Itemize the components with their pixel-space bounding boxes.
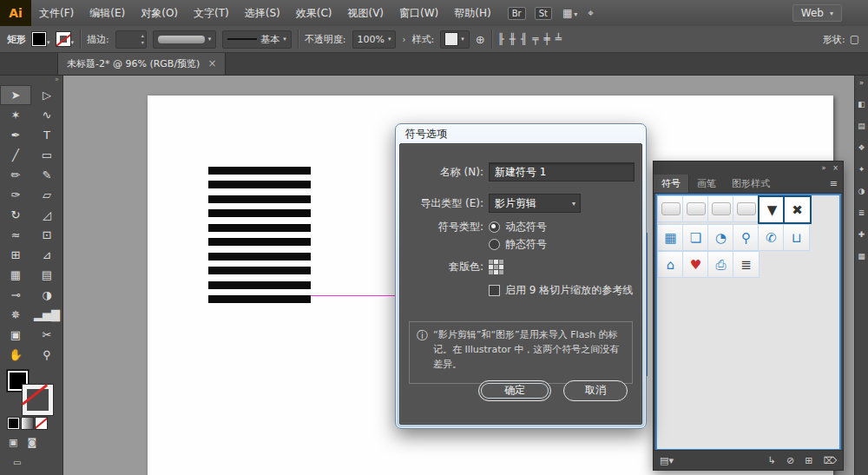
symbol-phone[interactable]: ✆ [758,224,785,251]
lasso-tool[interactable]: ∿ [31,105,62,125]
menu-object[interactable]: 对象(O) [133,0,186,26]
scale-tool[interactable]: ◿ [31,205,62,225]
registration-point-selector[interactable] [489,260,503,274]
ok-button[interactable]: 确定 [478,380,551,401]
document-setup-icon[interactable]: ⊕ [476,33,485,46]
cancel-button[interactable]: 取消 [563,380,628,401]
style-dropdown[interactable] [440,30,470,49]
symbol-cart[interactable]: ⊔ [783,224,810,251]
symbol-printer[interactable]: ⎙ [707,251,734,278]
dock-transparency-icon[interactable]: ◑ [858,187,865,195]
pencil-tool[interactable]: ✎ [31,165,62,185]
perspective-grid-tool[interactable]: ⊿ [31,245,62,265]
menu-type[interactable]: 文字(T) [186,0,237,26]
eyedropper-tool[interactable]: ⊸ [0,285,31,305]
close-panel-icon[interactable]: × [832,164,838,172]
dock-symbols-icon[interactable]: ❖ [858,143,865,152]
menu-file[interactable]: 文件(F) [31,0,82,26]
dock-appearance-icon[interactable]: ✦ [858,165,865,174]
dynamic-symbol-radio[interactable]: 动态符号 [489,220,547,234]
screen-mode-icon[interactable]: ▭ [13,458,21,467]
stroke-weight-stepper[interactable] [115,30,147,49]
align-left-icon[interactable]: ╟ [498,33,504,45]
symbol-magnifier[interactable]: ⚲ [733,224,760,251]
menu-effect[interactable]: 效果(C) [288,0,340,26]
new-symbol-icon[interactable]: ⊞ [805,455,812,466]
blend-tool[interactable]: ◑ [31,285,62,305]
symbol-blank-button-3[interactable] [707,195,734,222]
touch-icon[interactable]: ⌖ [588,7,594,19]
paint-none-icon[interactable] [36,418,47,429]
symbol-rss[interactable]: ◔ [707,224,734,251]
document-tab[interactable]: 未标题-2* @ 96% (RGB/预览) × [57,52,226,75]
align-bottom-icon[interactable]: ╧ [556,33,562,45]
bridge-icon[interactable]: Br [508,7,526,20]
line-segment-tool[interactable]: ╱ [0,145,31,165]
align-right-icon[interactable]: ╢ [521,33,527,45]
symbol-blank-button-4[interactable] [733,195,760,222]
symbol-home[interactable]: ⌂ [657,251,684,278]
draw-normal-icon[interactable]: ▣ [9,437,17,448]
symbol-document[interactable]: ≣ [733,251,760,278]
arrange-documents-icon[interactable]: ▦▾ [562,7,577,19]
free-transform-tool[interactable]: ⊡ [31,225,62,245]
stroke-color-swatch[interactable]: ▾ [56,32,75,46]
hand-tool[interactable]: ✋ [0,345,31,365]
symbol-library-icon[interactable]: ▤▾ [660,455,674,466]
opacity-dropdown[interactable]: 100% [352,30,397,49]
delete-symbol-icon[interactable]: ⌦ [823,455,837,466]
shape-builder-tool[interactable]: ⊞ [0,245,31,265]
dock-actions-icon[interactable]: ✚ [858,230,865,239]
collapse-tools-icon[interactable]: » [0,75,62,85]
width-tool[interactable]: ≈ [0,225,31,245]
stroke-profile-dropdown[interactable]: 基本 [222,30,292,49]
rectangle-tool[interactable]: ▭ [31,145,62,165]
selection-tool[interactable]: ➤ [0,85,31,105]
symbol-name-input[interactable] [489,162,635,181]
break-link-icon[interactable]: ⊘ [786,455,794,466]
fill-color-swatch[interactable]: ▾ [32,32,50,46]
symbol-health[interactable]: ♥ [682,251,709,278]
dock-swatches-icon[interactable]: ▤ [858,122,865,130]
artboard-tool[interactable]: ▣ [0,325,31,345]
opacity-panel-arrow-icon[interactable]: › [402,35,405,44]
artwork-stripes[interactable] [208,167,311,308]
magic-wand-tool[interactable]: ✶ [0,105,31,125]
symbol-close-button[interactable]: ✖ [783,195,812,224]
draw-inside-icon[interactable]: ◙ [27,437,36,448]
slice-tool[interactable]: ✂ [31,325,62,345]
paint-gradient-icon[interactable] [22,418,33,429]
shape-mode-icon[interactable]: ▢ [850,33,859,45]
pen-tool[interactable]: ✒ [0,125,31,145]
align-top-icon[interactable]: ╤ [532,33,538,45]
nine-slice-checkbox[interactable]: 启用 9 格切片缩放的参考线 [401,283,633,298]
rotate-tool[interactable]: ↻ [0,205,31,225]
align-hcenter-icon[interactable]: ╫ [510,33,516,45]
brush-definition-dropdown[interactable] [153,30,217,49]
menu-help[interactable]: 帮助(H) [446,0,498,26]
tab-graphic-styles[interactable]: 图形样式 [724,175,778,193]
type-tool[interactable]: T [31,125,62,145]
dock-layers-icon[interactable]: ≣ [858,208,865,217]
tab-symbols[interactable]: 符号 [654,175,689,193]
eraser-tool[interactable]: ▱ [31,185,62,205]
zoom-tool[interactable]: ⚲ [31,345,62,365]
stroke-swatch[interactable] [23,385,53,415]
workspace-switcher[interactable]: Web ▾ [792,4,842,22]
dock-color-icon[interactable]: ◧ [858,100,865,109]
close-tab-icon[interactable]: × [207,57,216,69]
paintbrush-tool[interactable]: ✏ [0,165,31,185]
paint-color-icon[interactable] [8,418,19,429]
export-type-select[interactable]: 影片剪辑 [489,194,581,213]
column-graph-tool[interactable]: ▂▅▇ [31,305,62,325]
gradient-tool[interactable]: ▤ [31,265,62,285]
blob-brush-tool[interactable]: ✑ [0,185,31,205]
symbol-sprayer-tool[interactable]: ✵ [0,305,31,325]
align-vcenter-icon[interactable]: ╪ [544,33,550,45]
panel-menu-icon[interactable]: ≡ [825,175,843,193]
menu-window[interactable]: 窗口(W) [391,0,446,26]
static-symbol-radio[interactable]: 静态符号 [489,237,547,252]
expand-dock-icon[interactable]: » [859,78,865,87]
symbol-blank-button-1[interactable] [657,195,684,222]
menu-select[interactable]: 选择(S) [237,0,288,26]
